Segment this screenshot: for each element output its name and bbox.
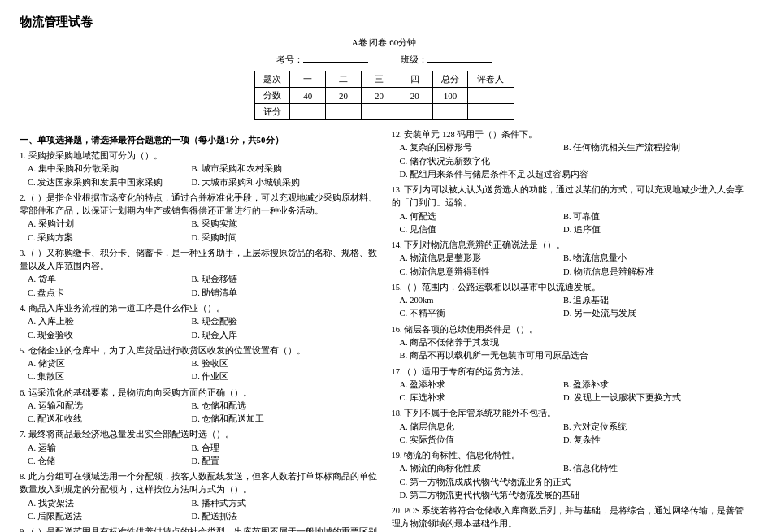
option: A. 储货区 [28, 357, 189, 370]
option: C. 后限配送法 [28, 510, 189, 523]
option: D. 复杂性 [563, 434, 724, 447]
question-text: 18. 下列不属于仓库管系统功能外不包括。 [392, 407, 749, 420]
info-line: 考号： 班级： [20, 54, 748, 66]
score-table: 题次一二三四总分评卷人分数40202020100评分 [254, 71, 514, 120]
option: A. 商品不低储养于其发现 [400, 336, 561, 349]
option: A. 200km [400, 294, 561, 307]
option: C. 物流信息意辨得到性 [400, 266, 561, 279]
option: B. 信息化特性 [563, 462, 724, 475]
two-col-content: 一、单项选择题，请选择最符合题意的一项（每小题1分，共50分） 1. 采购按采购… [20, 128, 748, 532]
question: 4. 商品入库业务流程的第一道工序是什么作业（）。A. 入库上验B. 现金配验C… [20, 302, 377, 342]
option: C. 库选补求 [400, 391, 561, 404]
option: A. 盈添补求 [400, 378, 561, 391]
question-text: 6. 运采流化的基础要素，是物流向向采购方面的正确（）。 [20, 387, 377, 400]
option: B. 播种式方式 [192, 497, 353, 510]
option: A. 采购计划 [28, 218, 189, 231]
question-text: 19. 物流的商标性、信息化特性。 [392, 449, 749, 462]
question-options: A. 入库上验B. 现金配验C. 现金验收D. 现金入库 [20, 315, 377, 342]
score-table-header: 题次 [254, 71, 290, 88]
option: A. 复杂的国标形号 [400, 141, 561, 154]
score-table-cell: 评分 [254, 104, 290, 120]
option: C. 盘点卡 [28, 287, 189, 300]
question: 1. 采购按采购地域范围可分为（）。A. 集中采购和分散采购B. 城市采购和农村… [20, 149, 377, 189]
option: B. 可靠值 [563, 210, 724, 223]
option: D. 配送抓法 [192, 510, 353, 523]
right-questions: 12. 安装单元 128 码用于（）条件下。A. 复杂的国标形号B. 任何物流相… [392, 128, 749, 532]
class-label: 班级： [401, 54, 492, 66]
score-table-cell: 20 [326, 88, 362, 104]
header-line: A卷 闭卷 60分钟 [20, 37, 748, 49]
score-table-cell: 40 [290, 88, 326, 104]
option: D. 现金入库 [192, 329, 353, 342]
score-table-header: 三 [361, 71, 397, 88]
question-text: 12. 安装单元 128 码用于（）条件下。 [392, 128, 749, 141]
question-text: 7. 最终将商品最经济地总量发出实全部配送时选（）。 [20, 428, 377, 441]
question-options: A. 集中采购和分散采购B. 城市采购和农村采购C. 发达国家采购和发展中国家采… [20, 162, 377, 189]
question-text: 2.（ ）是指企业根据市场变化的特点，通过合并标准化手段，可以充观地减少采购原材… [20, 192, 377, 218]
score-table-cell [326, 104, 362, 120]
score-table-header: 四 [397, 71, 432, 88]
option: C. 发达国家采购和发展中国家采购 [28, 176, 189, 189]
option: D. 追序值 [563, 223, 724, 236]
option: C. 不精平衡 [400, 307, 561, 320]
question: 19. 物流的商标性、信息化特性。A. 物流的商标化性质B. 信息化特性C. 第… [392, 449, 749, 502]
question-text: 14. 下列对物流信息意辨的正确说法是（）。 [392, 239, 749, 252]
option: D. 物流信息是辨解标准 [563, 266, 724, 279]
question-options: A. 找货架法B. 播种式方式C. 后限配送法D. 配送抓法 [20, 497, 377, 524]
question: 17.（ ）适用于专所有的运货方法。A. 盈添补求B. 盈添补求C. 库选补求D… [392, 365, 749, 405]
name-label: 考号： [276, 54, 368, 66]
question-options: A. 采购计划B. 采购实施C. 采购方案D. 采购时间 [20, 218, 377, 244]
right-column: 12. 安装单元 128 码用于（）条件下。A. 复杂的国标形号B. 任何物流相… [392, 128, 749, 532]
score-table-cell: 100 [432, 88, 468, 104]
option: A. 货单 [28, 273, 189, 286]
option: A. 物流的商标化性质 [400, 462, 561, 475]
option: C. 集散区 [28, 370, 189, 383]
option: B. 盈添补求 [563, 378, 724, 391]
question: 18. 下列不属于仓库管系统功能外不包括。A. 储层信息化B. 六对定位系统C.… [392, 407, 749, 447]
option: B. 任何物流相关生产流程控制 [563, 141, 724, 154]
score-table-header: 一 [290, 71, 326, 88]
question-text: 1. 采购按采购地域范围可分为（）。 [20, 149, 377, 162]
question-text: 20. POS 系统若将符合仓储收入库商数后列，并与基础，是将综合，通过网络传输… [392, 504, 749, 531]
question: 9.（ ）是配送范围具有标准性供养供特点的社会类型，出库范围不属于一般地域的重要… [20, 526, 377, 532]
option: A. 储层信息化 [400, 421, 561, 434]
question-text: 5. 仓储企业的仓库中，为了入库货品进行收货区收发的位置设置有（）。 [20, 344, 377, 357]
score-table-cell: 20 [361, 88, 397, 104]
option: B. 商品不再以载机所一无包装市可用同原品选合 [400, 349, 588, 362]
option: D. 助销清单 [192, 287, 353, 300]
score-table-cell [361, 104, 397, 120]
question-text: 13. 下列内可以被人认为送货选大的功能，通过以某们的方式，可以充观地减少进入人… [392, 184, 749, 210]
score-table-cell: 20 [397, 88, 432, 104]
left-questions: 1. 采购按采购地域范围可分为（）。A. 集中采购和分散采购B. 城市采购和农村… [20, 149, 377, 532]
question-text: 4. 商品入库业务流程的第一道工序是什么作业（）。 [20, 302, 377, 315]
option: D. 仓储和配送加工 [192, 413, 353, 426]
question-options: A. 复杂的国标形号B. 任何物流相关生产流程控制C. 储存状况完新数字化D. … [392, 141, 749, 181]
option: A. 入库上验 [28, 315, 189, 328]
question: 7. 最终将商品最经济地总量发出实全部配送时选（）。A. 运输B. 合理C. 仓… [20, 428, 377, 468]
option: A. 物流信息是整形形 [400, 252, 561, 265]
question: 13. 下列内可以被人认为送货选大的功能，通过以某们的方式，可以充观地减少进入人… [392, 184, 749, 236]
left-column: 一、单项选择题，请选择最符合题意的一项（每小题1分，共50分） 1. 采购按采购… [20, 128, 377, 532]
question: 15.（ ）范围内，公路运载相以以基市中以流通发展。A. 200kmB. 追原基… [392, 281, 749, 321]
option: B. 采购实施 [192, 218, 353, 231]
option: B. 合理 [192, 442, 353, 455]
option: C. 储存状况完新数字化 [400, 155, 561, 168]
option: B. 城市采购和农村采购 [192, 162, 353, 175]
option: B. 六对定位系统 [563, 421, 724, 434]
question-text: 16. 储层各项的总续使用类件是（）。 [392, 323, 749, 336]
question-options: A. 运输和配选B. 仓储和配选C. 配送和收线D. 仓储和配送加工 [20, 400, 377, 426]
option: B. 仓储和配选 [192, 400, 353, 413]
question: 16. 储层各项的总续使用类件是（）。A. 商品不低储养于其发现B. 商品不再以… [392, 323, 749, 363]
section1-title: 一、单项选择题，请选择最符合题意的一项（每小题1分，共50分） [20, 133, 377, 147]
option: C. 现金验收 [28, 329, 189, 342]
option: D. 作业区 [192, 370, 353, 383]
score-table-cell [290, 104, 326, 120]
question-options: A. 货单B. 现金移链C. 盘点卡D. 助销清单 [20, 273, 377, 300]
option: D. 采购时间 [192, 231, 353, 244]
option: C. 实际货位值 [400, 434, 561, 447]
question: 2.（ ）是指企业根据市场变化的特点，通过合并标准化手段，可以充观地减少采购原材… [20, 192, 377, 244]
score-table-header: 评卷人 [468, 71, 514, 88]
option: D. 发现上一设服状下更换方式 [563, 391, 724, 404]
option: A. 找货架法 [28, 497, 189, 510]
option: D. 另一处流与发展 [563, 307, 724, 320]
